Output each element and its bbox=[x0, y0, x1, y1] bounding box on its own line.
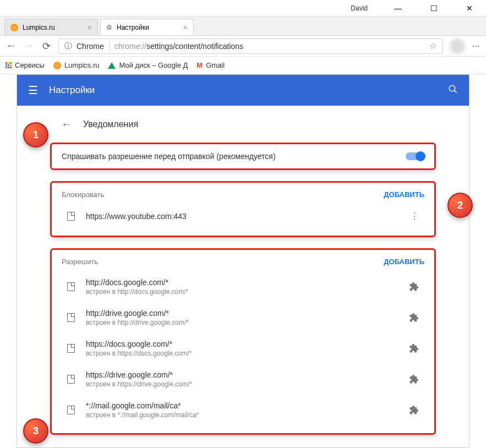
site-url: https://www.youtube.com:443 bbox=[86, 212, 399, 221]
gmail-icon: M bbox=[196, 61, 203, 69]
omnibox[interactable]: ⓘ Chrome chrome://settings/content/notif… bbox=[58, 39, 443, 54]
address-bar: ← → ⟳ ⓘ Chrome chrome://settings/content… bbox=[0, 36, 486, 57]
allow-add-button[interactable]: ДОБАВИТЬ bbox=[384, 258, 424, 266]
document-icon bbox=[67, 375, 75, 384]
minimize-button[interactable]: — bbox=[387, 1, 409, 16]
document-icon bbox=[67, 282, 75, 291]
tab-lumpics[interactable]: Lumpics.ru × bbox=[4, 19, 98, 35]
omnibox-label: Chrome bbox=[77, 42, 110, 51]
extension-icon bbox=[409, 313, 419, 323]
omnibox-url: chrome://settings/content/notifications bbox=[114, 42, 243, 51]
callout-badge-3: 3 bbox=[23, 418, 48, 444]
extension-icon bbox=[409, 405, 419, 415]
search-icon[interactable] bbox=[448, 84, 458, 97]
hamburger-icon[interactable]: ☰ bbox=[28, 84, 38, 97]
back-icon[interactable]: ← bbox=[6, 40, 17, 52]
site-url: *://mail.google.com/mail/ca* bbox=[86, 401, 398, 410]
apps-icon bbox=[6, 62, 12, 68]
site-url: https://docs.google.com/* bbox=[86, 340, 398, 348]
tab-settings[interactable]: ⚙ Настройки × bbox=[100, 19, 194, 35]
bookmark-star-icon[interactable]: ☆ bbox=[429, 41, 437, 51]
drive-icon bbox=[108, 62, 116, 69]
callout-badge-2: 2 bbox=[447, 193, 473, 218]
more-icon[interactable]: ⋮ bbox=[410, 211, 419, 221]
notifications-toggle[interactable] bbox=[406, 152, 424, 160]
document-icon bbox=[67, 344, 75, 353]
site-sub: встроен в *://mail.google.com/mail/ca* bbox=[86, 411, 398, 419]
site-row: https://docs.google.com/* встроен в http… bbox=[62, 333, 424, 364]
extension-icon bbox=[409, 282, 419, 292]
tab-close-icon[interactable]: × bbox=[183, 23, 188, 32]
svg-point-0 bbox=[449, 85, 455, 91]
window-user: David bbox=[351, 4, 368, 12]
bookmark-lumpics[interactable]: Lumpics.ru bbox=[53, 61, 100, 69]
site-sub: встроен в https://drive.google.com/* bbox=[86, 380, 398, 388]
site-row: https://www.youtube.com:443 ⋮ bbox=[62, 204, 424, 228]
extension-icon bbox=[409, 343, 419, 353]
page-viewport[interactable]: ☰ Настройки ← Уведомления Спрашивать раз… bbox=[17, 74, 469, 448]
page-title-row: ← Уведомления bbox=[50, 106, 436, 143]
extension-icon bbox=[409, 374, 419, 384]
site-row: *://mail.google.com/mail/ca* встроен в *… bbox=[62, 395, 424, 425]
lumpics-icon bbox=[53, 62, 61, 69]
section-block: Блокировать ДОБАВИТЬ https://www.youtube… bbox=[50, 181, 436, 237]
lumpics-icon bbox=[10, 24, 18, 31]
bookmarks-bar: Сервисы Lumpics.ru Мой диск – Google Д M… bbox=[0, 57, 486, 74]
block-add-button[interactable]: ДОБАВИТЬ bbox=[384, 190, 424, 199]
tab-label: Настройки bbox=[117, 24, 149, 31]
section-toggle: Спрашивать разрешение перед отправкой (р… bbox=[50, 143, 436, 170]
site-row: http://docs.google.com/* встроен в http:… bbox=[62, 271, 424, 302]
document-icon bbox=[67, 406, 75, 414]
info-icon: ⓘ bbox=[64, 41, 72, 51]
svg-line-1 bbox=[454, 90, 457, 93]
window-titlebar: David — ☐ ✕ bbox=[0, 0, 486, 17]
settings-content: ← Уведомления Спрашивать разрешение пере… bbox=[17, 106, 469, 448]
forward-icon[interactable]: → bbox=[23, 40, 34, 52]
site-row: https://drive.google.com/* встроен в htt… bbox=[62, 364, 424, 395]
site-sub: встроен в https://docs.google.com/* bbox=[86, 349, 398, 357]
back-arrow-icon[interactable]: ← bbox=[61, 118, 72, 130]
profile-avatar[interactable] bbox=[450, 39, 465, 54]
callout-badge-1: 1 bbox=[23, 122, 48, 147]
bookmark-drive[interactable]: Мой диск – Google Д bbox=[108, 61, 188, 69]
gear-icon: ⚙ bbox=[106, 24, 112, 31]
settings-header: ☰ Настройки bbox=[17, 75, 469, 106]
site-sub: встроен в http://docs.google.com/* bbox=[86, 288, 398, 296]
close-button[interactable]: ✕ bbox=[458, 1, 480, 16]
document-icon bbox=[67, 212, 75, 221]
settings-title: Настройки bbox=[49, 85, 95, 96]
site-url: http://docs.google.com/* bbox=[86, 278, 398, 287]
bookmark-apps[interactable]: Сервисы bbox=[6, 61, 45, 69]
bookmark-gmail[interactable]: M Gmail bbox=[196, 61, 225, 69]
tab-close-icon[interactable]: × bbox=[88, 23, 92, 32]
document-icon bbox=[67, 313, 75, 322]
site-row: http://drive.google.com/* встроен в http… bbox=[62, 302, 424, 333]
maximize-button[interactable]: ☐ bbox=[423, 1, 445, 16]
chrome-menu-icon[interactable]: ⋮ bbox=[472, 42, 480, 50]
section-allow: Разрешить ДОБАВИТЬ http://docs.google.co… bbox=[50, 248, 436, 435]
reload-icon[interactable]: ⟳ bbox=[41, 40, 52, 52]
allow-title: Разрешить bbox=[62, 258, 98, 266]
tab-label: Lumpics.ru bbox=[23, 24, 55, 31]
site-url: http://drive.google.com/* bbox=[86, 309, 398, 318]
tab-strip: Lumpics.ru × ⚙ Настройки × bbox=[0, 17, 486, 36]
block-title: Блокировать bbox=[62, 190, 104, 199]
toggle-label: Спрашивать разрешение перед отправкой (р… bbox=[62, 152, 276, 161]
site-url: https://drive.google.com/* bbox=[86, 370, 398, 379]
site-sub: встроен в http://drive.google.com/* bbox=[86, 319, 398, 326]
page-title: Уведомления bbox=[83, 119, 138, 129]
